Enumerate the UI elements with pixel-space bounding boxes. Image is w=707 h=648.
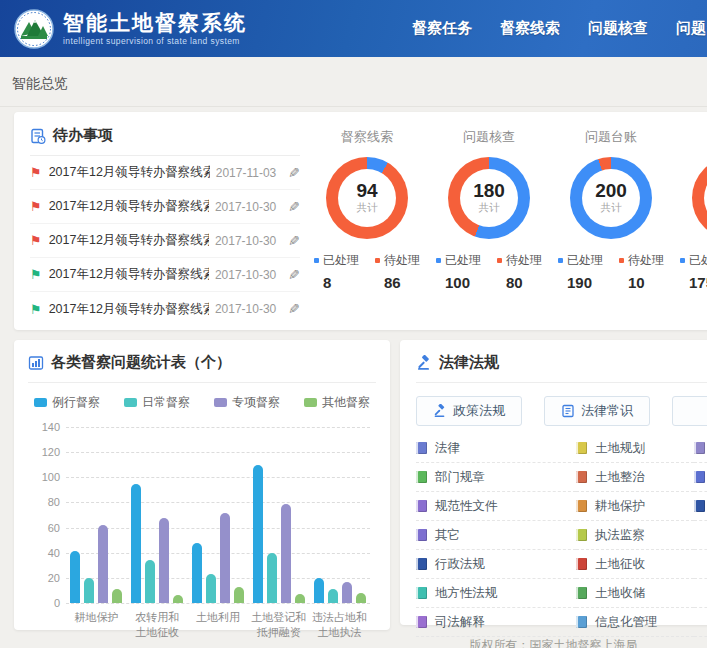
todo-item-date: 2017-10-30 — [215, 234, 276, 248]
app: 智能土地督察系统 intelligent supervision of stat… — [0, 0, 707, 648]
donut-total-label: 共计 — [479, 201, 500, 215]
chart-legend-item[interactable]: 日常督察 — [124, 394, 190, 411]
law-link[interactable] — [694, 434, 707, 463]
gridline — [66, 603, 370, 604]
legend-swatch-icon — [124, 398, 137, 407]
todo-item[interactable]: ⚑2017年12月领导转办督察线索2017-10-30✎ — [30, 190, 300, 224]
legend-dot-icon — [619, 258, 624, 263]
gavel-icon — [416, 355, 432, 371]
law-link[interactable]: 执法监察 — [576, 521, 694, 550]
law-button-政策法规[interactable]: 政策法规 — [416, 396, 522, 426]
donut-legend-processed: 已处理190 — [558, 252, 603, 291]
law-link[interactable]: 行政法规 — [416, 550, 576, 579]
edit-pencil-icon[interactable]: ✎ — [288, 233, 300, 249]
donut-legend-pending: 待处理86 — [375, 252, 420, 291]
law-link[interactable]: 部门规章 — [416, 463, 576, 492]
donut-center: 200共计 — [582, 169, 640, 227]
law-link[interactable]: 土地规划 — [576, 434, 694, 463]
todo-item[interactable]: ⚑2017年12月领导转办督察线索2017-10-30✎ — [30, 224, 300, 258]
chart-legend-item[interactable]: 其他督察 — [304, 394, 370, 411]
y-axis-tick-label: 120 — [30, 446, 60, 458]
nav-item-1[interactable]: 督察任务 — [412, 19, 472, 38]
law-link[interactable]: 耕地保护 — [576, 492, 694, 521]
chart-legend-label: 日常督察 — [142, 394, 190, 411]
law-grid-empty-cell — [694, 608, 707, 637]
bar — [356, 593, 366, 603]
app-logo: 智能土地督察系统 intelligent supervision of stat… — [14, 9, 247, 49]
donut-chart: 问题核查180共计已处理100待处理80 — [428, 128, 550, 330]
todo-item[interactable]: ⚑2017年12月领导转办督察线索2017-10-30✎ — [30, 292, 300, 326]
nav-item-2[interactable]: 督察线索 — [500, 19, 560, 38]
book-icon — [576, 529, 587, 541]
edit-pencil-icon[interactable]: ✎ — [288, 165, 300, 181]
donut-legend-value: 8 — [314, 274, 359, 291]
todo-item-date: 2017-10-30 — [215, 268, 276, 282]
law-link[interactable] — [694, 463, 707, 492]
edit-pencil-icon[interactable]: ✎ — [288, 301, 300, 317]
law-link[interactable] — [694, 492, 707, 521]
edit-pencil-icon[interactable]: ✎ — [288, 199, 300, 215]
bar — [342, 582, 352, 603]
law-link[interactable]: 土地整治 — [576, 463, 694, 492]
book-icon — [576, 471, 587, 483]
edit-pencil-icon[interactable]: ✎ — [288, 267, 300, 283]
chart-legend-item[interactable]: 例行督察 — [34, 394, 100, 411]
law-link-label: 规范性文件 — [435, 498, 498, 515]
law-link[interactable]: 其它 — [416, 521, 576, 550]
law-link[interactable]: 法律 — [416, 434, 576, 463]
y-axis-tick-label: 0 — [30, 597, 60, 609]
chart-legend-item[interactable]: 专项督察 — [214, 394, 280, 411]
book-icon — [416, 500, 427, 512]
donut-chart-title: 问题台账 — [550, 128, 672, 146]
x-axis-category-label: 土地利用 — [188, 610, 249, 640]
law-link-label: 土地征收 — [595, 556, 645, 573]
bar — [70, 551, 80, 603]
bar — [173, 595, 183, 603]
donut-legend-label: 待处理 — [506, 252, 542, 269]
y-axis-tick-label: 80 — [30, 496, 60, 508]
donut-legend-processed: 已处理175 — [680, 252, 707, 291]
law-link[interactable]: 土地征收 — [576, 550, 694, 579]
flag-icon: ⚑ — [30, 166, 42, 179]
law-link[interactable]: 地方性法规 — [416, 579, 576, 608]
book-icon — [694, 500, 705, 512]
todo-item[interactable]: ⚑2017年12月领导转办督察线索2017-10-30✎ — [30, 258, 300, 292]
donut-ring: 180共计 — [448, 157, 530, 239]
law-link-label: 信息化管理 — [595, 614, 658, 631]
donut-legend-processed: 已处理8 — [314, 252, 359, 291]
law-button-cutoff[interactable] — [672, 396, 707, 426]
donut-ring: 200共计 — [570, 157, 652, 239]
donut-stats: 督察线索94共计已处理8待处理86问题核查180共计已处理100待处理80问题台… — [306, 112, 707, 330]
law-buttons: 政策法规法律常识 — [416, 396, 707, 426]
app-subtitle: intelligent supervision of state land sy… — [63, 36, 247, 46]
donut-legend-value: 190 — [558, 274, 603, 291]
book-icon — [416, 442, 427, 454]
law-link[interactable]: 规范性文件 — [416, 492, 576, 521]
nav-item-3[interactable]: 问题核查 — [588, 19, 648, 38]
todo-item[interactable]: ⚑2017年12月领导转办督察线索2017-11-03✎ — [30, 156, 300, 190]
law-button-法律常识[interactable]: 法律常识 — [544, 396, 650, 426]
bar-group — [70, 525, 122, 603]
law-link[interactable]: 信息化管理 — [576, 608, 694, 637]
book-icon — [416, 471, 427, 483]
legend-swatch-icon — [34, 398, 47, 407]
bar — [84, 578, 94, 603]
nav-item-4[interactable]: 问题台账 — [676, 19, 707, 38]
law-link-label: 土地收储 — [595, 585, 645, 602]
bar — [220, 513, 230, 604]
bar — [328, 589, 338, 603]
app-header: 智能土地督察系统 intelligent supervision of stat… — [0, 0, 707, 57]
book-icon — [561, 404, 575, 418]
law-link-label: 耕地保护 — [595, 498, 645, 515]
law-link[interactable]: 土地收储 — [576, 579, 694, 608]
law-link[interactable]: 司法解释 — [416, 608, 576, 637]
law-link-label: 行政法规 — [435, 556, 485, 573]
bar-chart-header: 各类督察问题统计表（个） — [28, 353, 376, 383]
donut-legend-pending: 待处理80 — [497, 252, 542, 291]
law-link-label: 法律 — [435, 440, 460, 457]
y-axis-tick-label: 60 — [30, 522, 60, 534]
book-icon — [416, 558, 427, 570]
book-icon — [694, 471, 705, 483]
donut-total-label: 共计 — [601, 201, 622, 215]
legend-dot-icon — [314, 258, 319, 263]
